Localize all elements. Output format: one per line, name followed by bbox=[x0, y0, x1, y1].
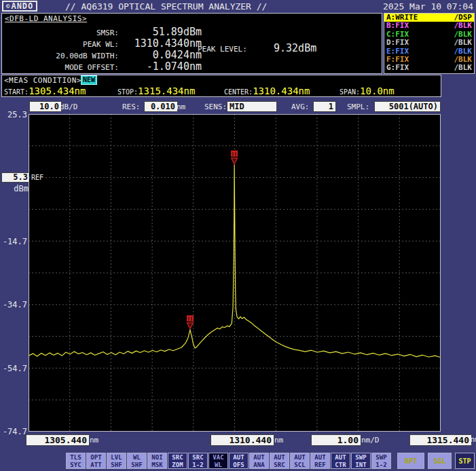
marker-flag-mark bbox=[235, 152, 236, 156]
x-stop-field[interactable]: 1315.440 bbox=[409, 434, 472, 446]
analysis-row-value: 1310.4340nm bbox=[119, 37, 202, 50]
ref-line-label: REF bbox=[31, 174, 43, 181]
trace-row-d[interactable]: D:FIX/BLK bbox=[384, 39, 474, 47]
softkey-line1: SRC bbox=[168, 454, 187, 461]
x-start-field[interactable]: 1305.440 bbox=[26, 434, 90, 446]
meas-field-value: 10.0nm bbox=[360, 86, 395, 96]
x-scale-field[interactable]: 1.00 bbox=[311, 434, 361, 446]
sens-label: SENS: bbox=[204, 102, 227, 111]
softkey-aut-ana[interactable]: AUTANA bbox=[249, 453, 269, 469]
ref-level-field[interactable]: 5.3 bbox=[1, 172, 30, 183]
softkey-line2: WL bbox=[209, 461, 227, 469]
meas-field-stop: STOP: 1315.434nm bbox=[117, 86, 195, 96]
softkey-line1: LVL bbox=[107, 454, 126, 461]
osa-screen: © ANDO // AQ6319 OPTICAL SPECTRUM ANALYZ… bbox=[0, 0, 476, 471]
meas-field-value: 1310.434nm bbox=[253, 86, 310, 96]
peak-marker-icon bbox=[231, 151, 238, 164]
softkey-aut-scl[interactable]: AUTSCL bbox=[290, 453, 310, 469]
trace-mode: /BLK bbox=[454, 22, 473, 30]
sampling-field[interactable]: 5001(AUTO) bbox=[374, 101, 441, 112]
softkey-line1: TLS bbox=[67, 454, 85, 461]
x-start-unit: nm bbox=[90, 436, 98, 445]
logo-text: ANDO bbox=[11, 2, 33, 10]
softkey-src-zom[interactable]: SRCZOM bbox=[168, 453, 187, 469]
meas-field-label: SPAN: bbox=[340, 88, 360, 96]
peak-level-value: 9.32dBm bbox=[274, 42, 316, 54]
softkey-line1: OPT bbox=[87, 454, 105, 461]
y-label-m54: -54.7 bbox=[1, 364, 27, 373]
softkey-tls-syc[interactable]: TLSSYC bbox=[66, 453, 86, 469]
softkey-aut-src[interactable]: AUTSRC bbox=[270, 453, 289, 469]
level-scale-field[interactable]: 10.0 bbox=[29, 101, 62, 112]
smpl-label: SMPL: bbox=[347, 102, 369, 111]
softkey-vac-wl[interactable]: VACWL bbox=[208, 453, 228, 469]
softkey-line2: SYC bbox=[67, 461, 85, 469]
y-label-m74: -74.7 bbox=[1, 427, 27, 436]
res-label: RES: bbox=[122, 102, 141, 111]
softkey-aut-ctr[interactable]: AUTCTR bbox=[331, 453, 350, 469]
marker-flag bbox=[231, 151, 238, 157]
softkey-line1: VAC bbox=[209, 454, 227, 461]
softkey-noi-msk[interactable]: NOIMSK bbox=[147, 453, 167, 469]
sensitivity-field[interactable]: MID bbox=[227, 101, 277, 112]
x-center-field[interactable]: 1310.440 bbox=[210, 434, 274, 446]
softkey-swp-int[interactable]: SWPINT bbox=[351, 453, 371, 469]
trace-status-panel: A:WRITE/DSPB:FIX/BLKC:FIX/BLKD:FIX/BLKE:… bbox=[384, 13, 475, 74]
softkey-stp[interactable]: STP bbox=[455, 453, 475, 469]
softkey-line2: 1-2 bbox=[372, 461, 390, 469]
spectrum-graph bbox=[29, 114, 441, 432]
softkey-line2: MSK bbox=[148, 461, 166, 469]
meas-field-span: SPAN: 10.0nm bbox=[340, 86, 395, 96]
new-badge: NEW bbox=[81, 75, 97, 85]
x-center-unit: nm bbox=[274, 436, 283, 445]
softkey-wl-shf[interactable]: WLSHF bbox=[127, 453, 147, 469]
analysis-row: PEAK WL:1310.4340nm bbox=[2, 37, 206, 49]
softkey-aut-ref[interactable]: AUTREF bbox=[310, 453, 330, 469]
marker-flag bbox=[187, 316, 194, 322]
trace-row-b[interactable]: B:FIX/BLK bbox=[384, 22, 474, 30]
page-title: // AQ6319 OPTICAL SPECTRUM ANALYZER // bbox=[65, 1, 267, 12]
softkey-line1: AUT bbox=[311, 454, 329, 461]
copyright-icon: © bbox=[6, 2, 10, 10]
analysis-row: MODE OFFSET:-1.0740nm bbox=[2, 60, 206, 72]
average-field[interactable]: 1 bbox=[313, 101, 336, 112]
meas-field-value: 1315.434nm bbox=[138, 86, 195, 96]
softkey-line2: ANA bbox=[250, 461, 268, 469]
softkey-line1: AUT bbox=[230, 454, 248, 461]
analysis-heading: <DFB-LD ANALYSIS> bbox=[5, 14, 87, 23]
softkey-line1: SRC bbox=[189, 454, 207, 461]
softkey-line1: AUT bbox=[291, 454, 309, 461]
trace-name: G:FIX bbox=[386, 64, 409, 72]
softkey-swp-1-2[interactable]: SWP1-2 bbox=[371, 453, 391, 469]
softkey-line2: SRC bbox=[270, 461, 289, 469]
softkey-lvl-shf[interactable]: LVLSHF bbox=[107, 453, 126, 469]
softkey-line1: SWP bbox=[352, 454, 370, 461]
softkey-line2: REF bbox=[311, 461, 329, 469]
analysis-row-label: SMSR: bbox=[2, 29, 119, 37]
softkey-rpt[interactable]: RPT bbox=[397, 453, 424, 469]
softkey-line2: SCL bbox=[291, 461, 309, 469]
analysis-row-label: PEAK WL: bbox=[2, 40, 119, 49]
y-label-m34: -34.7 bbox=[1, 300, 27, 309]
softkey-line2: SHF bbox=[128, 461, 146, 469]
trace-row-g[interactable]: G:FIX/BLK bbox=[384, 64, 474, 72]
spectrum-plot bbox=[29, 114, 441, 432]
marker-flag-mark bbox=[232, 152, 234, 156]
softkey-line1: AUT bbox=[331, 454, 350, 461]
trace-rows: A:WRITE/DSPB:FIX/BLKC:FIX/BLKD:FIX/BLKE:… bbox=[384, 14, 474, 73]
softkey-src-1-2[interactable]: SRC1-2 bbox=[188, 453, 208, 469]
analysis-row-value: 51.89dBm bbox=[119, 26, 202, 38]
softkey-line2: 1-2 bbox=[189, 461, 207, 469]
marker-pointer bbox=[187, 323, 193, 329]
y-label-m14: -14.7 bbox=[1, 237, 27, 246]
dfb-ld-analysis-panel: <DFB-LD ANALYSIS> SMSR:51.89dBmPEAK WL:1… bbox=[1, 13, 382, 74]
analysis-row-label: 20.00dB WIDTH: bbox=[2, 52, 119, 60]
softkey-opt-att[interactable]: OPTATT bbox=[86, 453, 106, 469]
analysis-row-value: -1.0740nm bbox=[119, 60, 202, 73]
meas-field-label: CENTER: bbox=[224, 88, 253, 96]
softkey-sgl[interactable]: SGL bbox=[428, 453, 452, 469]
x-scale-unit: nm/D bbox=[361, 436, 380, 445]
softkey-aut-ofs[interactable]: AUTOFS bbox=[229, 453, 249, 469]
resolution-field[interactable]: 0.010 bbox=[144, 101, 178, 112]
analysis-row: SMSR:51.89dBm bbox=[2, 26, 206, 37]
